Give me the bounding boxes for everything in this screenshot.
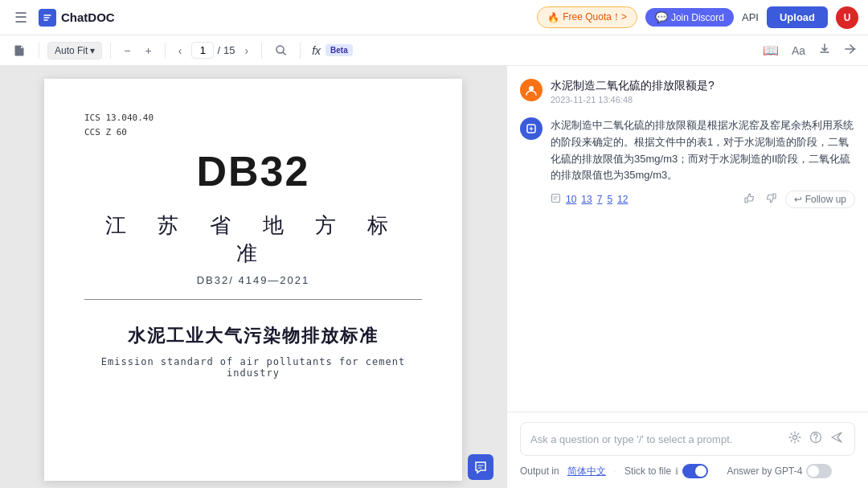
stick-to-file-info-icon: ℹ [675, 466, 678, 477]
navbar: ☰ ChatDOC 🔥 Free Quota！> 💬 Join Discord … [0, 0, 868, 35]
ref-7[interactable]: 7 [597, 194, 603, 205]
pdf-standard-logo: DB32 [84, 147, 422, 195]
book-view-button[interactable]: 📖 [760, 39, 782, 61]
doc-icon-button[interactable] [8, 41, 31, 60]
doc-ref-icon [551, 193, 561, 206]
free-quota-label: Free Quota！> [563, 10, 627, 24]
fit-mode-label: Auto Fit [55, 45, 88, 56]
follow-up-label: Follow up [805, 194, 846, 205]
logo-icon [39, 9, 56, 27]
user-timestamp: 2023-11-21 13:46:48 [551, 95, 714, 105]
user-message-content: 水泥制造二氧化硫的排放限额是? 2023-11-21 13:46:48 [551, 79, 714, 105]
pdf-viewer: ICS 13.040.40 CCS Z 60 DB32 江 苏 省 地 方 标 … [0, 66, 506, 488]
chat-panel: 水泥制造二氧化硫的排放限额是? 2023-11-21 13:46:48 水泥制造… [506, 66, 868, 488]
reference-numbers: 10 13 7 5 12 [551, 193, 628, 206]
footer-sep-1: · [614, 465, 616, 477]
ai-message-row: 水泥制造中二氧化硫的排放限额是根据水泥窑及窑尾余热利用系统的阶段来确定的。根据文… [520, 117, 855, 184]
fit-mode-button[interactable]: Auto Fit ▾ [47, 42, 102, 59]
follow-up-icon: ↩ [794, 194, 802, 205]
toolbar-separator-1 [39, 43, 39, 59]
chat-input-icons [787, 429, 845, 449]
thumbs-up-button[interactable] [742, 191, 757, 208]
page-total: 15 [223, 44, 235, 56]
chat-refs-row: 10 13 7 5 12 ↩ [551, 191, 855, 208]
fire-icon: 🔥 [547, 12, 559, 23]
toolbar-separator-2 [110, 43, 111, 59]
pdf-page: ICS 13.040.40 CCS Z 60 DB32 江 苏 省 地 方 标 … [44, 79, 462, 481]
settings-icon-button[interactable] [787, 429, 803, 449]
search-button[interactable] [270, 41, 292, 59]
toolbar-separator-5 [300, 43, 301, 59]
app-logo: ChatDOC [39, 9, 115, 27]
stick-to-file-toggle-label: Stick to file ℹ [624, 464, 708, 478]
upload-button[interactable]: Upload [767, 6, 828, 28]
fx-label: fx [312, 44, 321, 57]
zoom-in-button[interactable]: + [141, 41, 157, 60]
chat-action-buttons: ↩ Follow up [742, 191, 855, 208]
chat-message-user: 水泥制造二氧化硫的排放限额是? 2023-11-21 13:46:48 [520, 79, 855, 105]
free-quota-button[interactable]: 🔥 Free Quota！> [537, 6, 637, 28]
toolbar: Auto Fit ▾ − + ‹ / 15 › fx Beta 📖 Aa [0, 35, 868, 66]
prev-page-button[interactable]: ‹ [174, 41, 187, 60]
toolbar-separator-3 [165, 43, 166, 59]
user-avatar-icon [520, 79, 542, 101]
prompt-icon-button[interactable] [808, 429, 824, 449]
next-page-button[interactable]: › [240, 41, 254, 60]
stick-to-file-toggle[interactable] [682, 464, 708, 478]
chat-input[interactable] [530, 433, 780, 445]
api-button[interactable]: API [742, 11, 759, 23]
navbar-right: 🔥 Free Quota！> 💬 Join Discord API Upload… [537, 6, 858, 29]
ai-answer-text: 水泥制造中二氧化硫的排放限额是根据水泥窑及窑尾余热利用系统的阶段来确定的。根据文… [551, 117, 855, 184]
ai-avatar-icon [520, 117, 542, 140]
ics-line-2: CCS Z 60 [84, 125, 422, 140]
discord-button[interactable]: 💬 Join Discord [645, 8, 734, 27]
beta-badge: Beta [326, 44, 353, 56]
discord-label: Join Discord [671, 12, 724, 23]
send-button[interactable] [829, 429, 845, 449]
answer-by-toggle[interactable] [806, 464, 832, 478]
zoom-out-button[interactable]: − [119, 41, 135, 60]
ref-13[interactable]: 13 [581, 194, 592, 205]
chevron-down-icon: ▾ [90, 45, 95, 56]
svg-point-7 [815, 440, 816, 441]
download-button[interactable] [815, 39, 834, 62]
navbar-left: ☰ ChatDOC [10, 6, 115, 30]
page-indicator: / 15 [191, 42, 235, 59]
user-message-row: 水泥制造二氧化硫的排放限额是? 2023-11-21 13:46:48 [520, 79, 855, 105]
follow-up-button[interactable]: ↩ Follow up [785, 191, 855, 208]
main-layout: ICS 13.040.40 CCS Z 60 DB32 江 苏 省 地 方 标 … [0, 66, 868, 488]
ics-line-1: ICS 13.040.40 [84, 111, 422, 125]
ref-5[interactable]: 5 [607, 194, 612, 205]
toolbar-right: 📖 Aa [760, 39, 860, 62]
pdf-province-title: 江 苏 省 地 方 标 准 [84, 211, 422, 268]
page-separator: / [217, 44, 220, 56]
svg-rect-4 [552, 195, 560, 203]
pdf-main-subtitle: Emission standard of air pollutants for … [84, 356, 422, 379]
footer-sep-2: · [716, 465, 719, 477]
svg-point-5 [793, 436, 797, 440]
toolbar-separator-4 [261, 43, 262, 59]
pdf-doc-number: DB32/ 4149—2021 [84, 274, 422, 286]
ref-12[interactable]: 12 [617, 194, 628, 205]
fx-section: fx Beta [312, 44, 353, 57]
share-button[interactable] [841, 39, 860, 62]
page-number-input[interactable] [191, 42, 214, 59]
output-lang: 简体中文 [567, 465, 606, 478]
sidebar-toggle-button[interactable]: ☰ [10, 6, 32, 30]
thumbs-down-button[interactable] [764, 191, 779, 208]
pdf-divider [84, 299, 422, 300]
ref-10[interactable]: 10 [566, 194, 576, 205]
chat-footer: Output in 简体中文 · Stick to file ℹ · Answe… [520, 464, 855, 478]
font-button[interactable]: Aa [788, 41, 809, 60]
pdf-chat-icon[interactable] [468, 454, 493, 480]
discord-icon: 💬 [655, 11, 668, 23]
svg-point-2 [529, 86, 534, 91]
output-label: Output in [520, 465, 559, 477]
chat-message-ai: 水泥制造中二氧化硫的排放限额是根据水泥窑及窑尾余热利用系统的阶段来确定的。根据文… [520, 117, 855, 208]
chat-input-box [520, 422, 855, 456]
avatar[interactable]: U [836, 6, 858, 29]
logo-text: ChatDOC [61, 10, 115, 24]
answer-by-toggle-label: Answer by GPT-4 [727, 464, 832, 478]
chat-input-area: Output in 简体中文 · Stick to file ℹ · Answe… [507, 412, 868, 488]
user-question-text: 水泥制造二氧化硫的排放限额是? [551, 79, 714, 93]
